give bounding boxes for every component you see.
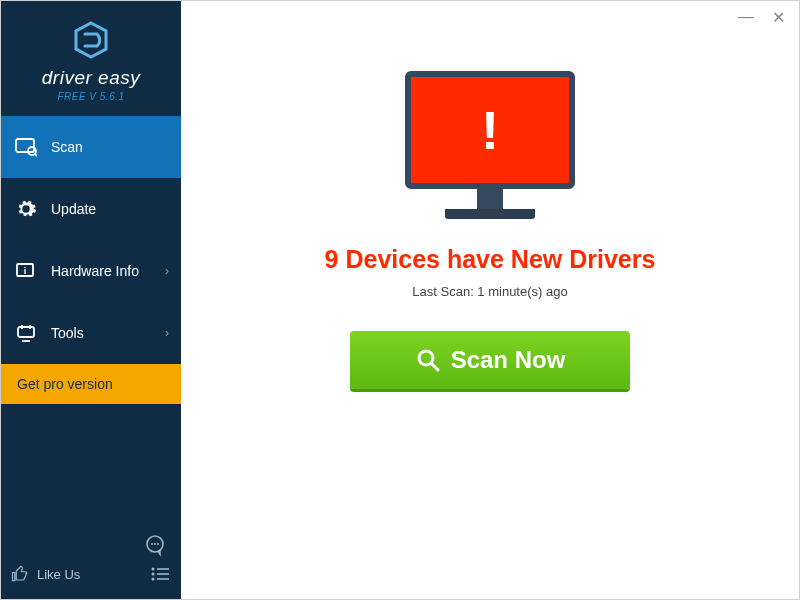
- svg-point-13: [152, 568, 155, 571]
- hardware-icon: i: [15, 260, 37, 282]
- status-heading: 9 Devices have New Drivers: [325, 245, 656, 274]
- svg-text:i: i: [24, 266, 27, 276]
- sidebar-item-scan[interactable]: Scan: [1, 116, 181, 178]
- sidebar-item-label: Scan: [51, 139, 83, 155]
- tools-icon: [15, 322, 37, 344]
- like-us-button[interactable]: Like Us: [11, 565, 80, 583]
- alert-screen: !: [405, 71, 575, 189]
- like-us-label: Like Us: [37, 567, 80, 582]
- chevron-right-icon: ›: [165, 326, 169, 340]
- scan-button-label: Scan Now: [451, 346, 566, 374]
- nav: Scan Update i Hardware Info › Tools › Ge…: [1, 116, 181, 404]
- sidebar-item-label: Hardware Info: [51, 263, 139, 279]
- svg-point-1: [28, 147, 36, 155]
- svg-rect-5: [18, 327, 34, 337]
- status-illustration: !: [400, 71, 580, 219]
- gear-icon: [15, 198, 37, 220]
- svg-point-10: [151, 543, 153, 545]
- pro-label: Get pro version: [17, 376, 113, 392]
- close-icon[interactable]: ✕: [772, 8, 785, 27]
- scan-now-button[interactable]: Scan Now: [350, 331, 630, 389]
- feedback-icon[interactable]: [143, 533, 167, 557]
- sidebar: driver easy FREE V 5.6.1 Scan Update i H…: [1, 1, 181, 599]
- app-name: driver easy: [1, 67, 181, 89]
- svg-point-12: [157, 543, 159, 545]
- svg-line-20: [432, 364, 438, 370]
- last-scan-text: Last Scan: 1 minute(s) ago: [412, 284, 567, 299]
- minimize-icon[interactable]: —: [738, 8, 754, 26]
- svg-rect-0: [16, 139, 34, 152]
- thumbs-up-icon: [11, 565, 29, 583]
- svg-point-11: [154, 543, 156, 545]
- svg-line-2: [35, 154, 37, 156]
- sidebar-item-label: Update: [51, 201, 96, 217]
- warning-icon: !: [481, 99, 499, 161]
- sidebar-item-hardware-info[interactable]: i Hardware Info ›: [1, 240, 181, 302]
- window-controls: — ✕: [738, 1, 799, 33]
- svg-point-15: [152, 573, 155, 576]
- chevron-right-icon: ›: [165, 264, 169, 278]
- search-icon: [415, 347, 441, 373]
- svg-point-19: [419, 351, 433, 365]
- get-pro-button[interactable]: Get pro version: [1, 364, 181, 404]
- logo-icon: [70, 19, 112, 61]
- sidebar-footer: Like Us: [1, 517, 181, 599]
- svg-point-17: [152, 578, 155, 581]
- scan-icon: [15, 136, 37, 158]
- menu-icon[interactable]: [149, 563, 171, 585]
- app-version: FREE V 5.6.1: [1, 91, 181, 102]
- sidebar-item-label: Tools: [51, 325, 84, 341]
- sidebar-item-tools[interactable]: Tools ›: [1, 302, 181, 364]
- app-logo: driver easy FREE V 5.6.1: [1, 1, 181, 116]
- main-panel: ! 9 Devices have New Drivers Last Scan: …: [181, 1, 799, 599]
- sidebar-item-update[interactable]: Update: [1, 178, 181, 240]
